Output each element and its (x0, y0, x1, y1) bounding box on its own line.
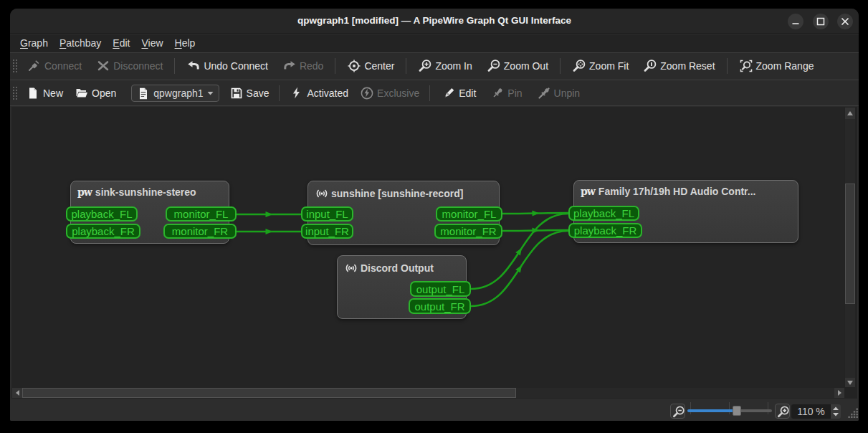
toolbar-button-label: Undo Connect (204, 60, 268, 72)
toolbar-graph: ConnectDisconnectUndo ConnectRedoCenterZ… (10, 52, 859, 79)
zoom-slider-handle[interactable] (733, 406, 741, 416)
toolbar-button-label: Zoom In (435, 60, 472, 72)
edit-button[interactable]: Edit (434, 82, 483, 104)
menu-view[interactable]: View (135, 36, 168, 51)
close-button[interactable] (837, 14, 853, 29)
save-button[interactable]: Save (224, 82, 275, 104)
port-playback_FR[interactable]: playback_FR (66, 224, 140, 239)
zoom-in-button[interactable] (775, 404, 790, 419)
connect-button[interactable]: Connect (20, 55, 89, 77)
zoom-in-icon (418, 59, 432, 73)
toolbar-separator (727, 58, 728, 74)
menu-patchbay[interactable]: Patchbay (54, 36, 107, 51)
zoom-reset-icon (643, 59, 657, 73)
toolbar-button-label: Disconnect (113, 60, 163, 72)
slider-tick (690, 402, 691, 414)
zoom-in-button[interactable]: Zoom In (411, 55, 479, 77)
node-title: pwsink-sunshine-stereo (77, 186, 196, 198)
toolbar-button-label: Activated (307, 87, 348, 99)
zoom-out-button[interactable]: Zoom Out (480, 55, 555, 77)
scroll-down-icon (846, 379, 854, 386)
toolbar-handle[interactable] (12, 86, 18, 100)
horizontal-scrollbar[interactable] (12, 388, 844, 398)
node-title-text: sink-sunshine-stereo (95, 186, 196, 198)
toolbar-button-label: Zoom Reset (660, 60, 715, 72)
titlebar[interactable]: qpwgraph1 [modified] — A PipeWire Graph … (10, 9, 859, 34)
patchbay-combo-value: qpwgraph1 (153, 87, 203, 99)
zoom-out-icon (672, 405, 686, 419)
toolbar-button-label: Exclusive (377, 87, 419, 99)
pipewire-icon: pw (581, 186, 596, 197)
zoom-spin-buttons[interactable] (831, 404, 841, 419)
pipewire-icon: pw (77, 186, 93, 198)
cable-arrow (532, 227, 539, 233)
cable-arrow (515, 247, 524, 256)
patchbay-combo[interactable]: qpwgraph1 (131, 85, 219, 102)
cable[interactable] (502, 230, 568, 231)
node-title-text: sunshine [sunshine-record] (331, 188, 463, 199)
port-playback_FR[interactable]: playback_FR (568, 223, 642, 238)
port-input_FR[interactable]: input_FR (301, 224, 353, 239)
toolbar-button-label: Unpin (554, 87, 581, 99)
scroll-down-button[interactable] (845, 378, 855, 387)
zoom-fit-icon (572, 59, 586, 73)
port-output_FL[interactable]: output_FL (410, 281, 471, 297)
toolbar-button-label: Redo (300, 60, 323, 72)
scroll-right-button[interactable] (834, 388, 844, 398)
toolbar-handle[interactable] (12, 59, 18, 73)
menubar: GraphPatchbayEditViewHelp (10, 34, 859, 52)
open-button[interactable]: Open (69, 82, 122, 104)
vertical-scroll-handle[interactable] (845, 184, 855, 304)
cable[interactable] (502, 213, 568, 214)
menu-graph[interactable]: Graph (14, 36, 54, 51)
center-button[interactable]: Center (340, 55, 401, 77)
scroll-up-button[interactable] (845, 108, 855, 119)
node-title: sunshine [sunshine-record] (315, 186, 463, 201)
port-monitor_FR[interactable]: monitor_FR (163, 224, 237, 239)
pin-icon (490, 86, 505, 100)
unpin-button[interactable]: Unpin (530, 82, 588, 104)
toolbar-button-label: Open (92, 87, 116, 99)
horizontal-scroll-handle[interactable] (22, 388, 516, 398)
zoom-out-button[interactable] (670, 404, 685, 419)
zoom-spinbox[interactable]: 110 % (791, 404, 831, 419)
unpin-icon (537, 86, 551, 100)
edit-icon (442, 86, 456, 100)
toolbar-button-label: Connect (44, 60, 82, 72)
activated-button[interactable]: Activated (284, 82, 354, 104)
port-monitor_FL[interactable]: monitor_FL (166, 206, 237, 222)
zoom-in-icon (776, 405, 791, 419)
port-output_FR[interactable]: output_FR (409, 298, 471, 314)
exclusive-icon (360, 86, 374, 100)
port-input_FL[interactable]: input_FL (301, 206, 353, 222)
app-window: qpwgraph1 [modified] — A PipeWire Graph … (10, 9, 859, 421)
port-monitor_FR[interactable]: monitor_FR (434, 224, 502, 239)
redo-button[interactable]: Redo (275, 55, 330, 77)
cable-arrow (266, 229, 273, 234)
new-button[interactable]: New (20, 82, 69, 104)
port-playback_FL[interactable]: playback_FL (66, 206, 138, 222)
undo-connect-button[interactable]: Undo Connect (179, 55, 275, 77)
zoom-reset-button[interactable]: Zoom Reset (636, 55, 722, 77)
port-monitor_FL[interactable]: monitor_FL (436, 206, 502, 222)
menu-help[interactable]: Help (169, 36, 201, 51)
stream-icon (315, 186, 329, 201)
maximize-button[interactable] (813, 14, 829, 29)
pin-button[interactable]: Pin (483, 82, 529, 104)
menu-edit[interactable]: Edit (107, 36, 135, 51)
cable-arrow (515, 264, 524, 273)
toolbar-separator (406, 58, 406, 74)
port-playback_FL[interactable]: playback_FL (568, 206, 639, 221)
disconnect-button[interactable]: Disconnect (89, 55, 170, 77)
vertical-scrollbar[interactable] (845, 108, 855, 387)
exclusive-button[interactable]: Exclusive (354, 82, 425, 104)
zoom-fit-button[interactable]: Zoom Fit (565, 55, 636, 77)
scroll-left-button[interactable] (12, 388, 22, 398)
toolbar-patchbay: NewOpenqpwgraph1SaveActivatedExclusiveEd… (10, 80, 859, 106)
graph-canvas[interactable]: pwsink-sunshine-stereoplayback_FLplaybac… (11, 107, 844, 388)
zoom-range-button[interactable]: Zoom Range (732, 55, 821, 77)
minimize-button[interactable] (788, 14, 803, 29)
size-grip[interactable] (848, 408, 859, 419)
save-icon (229, 86, 244, 100)
graph-canvas-frame: pwsink-sunshine-stereoplayback_FLplaybac… (11, 107, 857, 399)
